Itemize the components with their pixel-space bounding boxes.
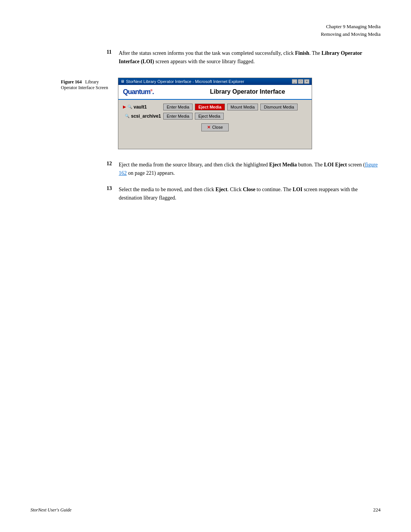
library-name-vault1: ▶ 🔍 vault1	[123, 104, 161, 110]
browser-controls[interactable]: _ □ ×	[292, 79, 309, 84]
library-row-vault1: ▶ 🔍 vault1 Enter Media Eject Media Mount…	[123, 104, 307, 110]
figure-caption: Figure 164 Library Operator Interface Sc…	[61, 78, 110, 149]
chapter-header: Chapter 9 Managing Media Removing and Mo…	[30, 23, 381, 38]
close-window-button[interactable]: ×	[304, 79, 309, 84]
browser-title: StorNext Library Operator Interface - Mi…	[126, 79, 244, 84]
library-name-scsi-archive1: 🔍 scsi_archive1	[123, 113, 161, 119]
dismount-media-button-vault1[interactable]: Dismount Media	[260, 104, 297, 110]
loi-spacer	[123, 134, 307, 145]
step-12-text: Eject the media from the source library,…	[119, 161, 381, 178]
loi-close-button[interactable]: ✕ Close	[201, 123, 228, 131]
step-11-section: 11 After the status screen informs you t…	[107, 49, 381, 66]
maximize-button[interactable]: □	[298, 79, 303, 84]
page-footer: StorNext User's Guide 224	[30, 507, 381, 513]
eject-media-button-vault1[interactable]: Eject Media	[195, 104, 225, 110]
step-12-item: 12 Eject the media from the source libra…	[107, 161, 381, 178]
page-number: 224	[373, 507, 381, 513]
step-11-text: After the status screen informs you that…	[119, 49, 381, 66]
step-12-number: 12	[107, 161, 114, 178]
step-13-number: 13	[107, 185, 114, 203]
figure-number: Figure 164	[61, 79, 82, 85]
minimize-button[interactable]: _	[292, 79, 297, 84]
active-arrow-icon: ▶	[123, 105, 126, 109]
library-row-scsi-archive1: 🔍 scsi_archive1 Enter Media Eject Media	[123, 113, 307, 120]
chapter-line2: Removing and Moving Media	[30, 30, 381, 38]
browser-titlebar: 🖥 StorNext Library Operator Interface - …	[118, 78, 312, 85]
chapter-line1: Chapter 9 Managing Media	[30, 23, 381, 30]
page-container: Chapter 9 Managing Media Removing and Mo…	[0, 0, 411, 532]
browser-window: 🖥 StorNext Library Operator Interface - …	[118, 78, 312, 149]
step-11-number: 11	[107, 49, 114, 66]
search-icon-2: 🔍	[125, 114, 129, 118]
search-icon: 🔍	[127, 105, 132, 109]
quantum-logo: Quantum®.	[123, 88, 154, 96]
enter-media-button-archive1[interactable]: Enter Media	[163, 113, 193, 120]
eject-media-button-archive1[interactable]: Eject Media	[195, 113, 223, 120]
step-11-item: 11 After the status screen informs you t…	[107, 49, 381, 66]
close-label: Close	[212, 125, 223, 129]
steps-lower: 12 Eject the media from the source libra…	[107, 161, 381, 203]
close-x-icon: ✕	[207, 125, 210, 130]
loi-header: Quantum®. Library Operator Interface	[118, 85, 312, 100]
step-13-item: 13 Select the media to be moved, and the…	[107, 185, 381, 203]
enter-media-button-vault1[interactable]: Enter Media	[163, 104, 193, 110]
loi-title: Library Operator Interface	[188, 88, 307, 95]
scsi-archive1-label: scsi_archive1	[131, 113, 161, 119]
vault1-label: vault1	[134, 104, 147, 110]
mount-media-button-vault1[interactable]: Mount Media	[227, 104, 258, 110]
footer-guide-name: StorNext User's Guide	[30, 507, 72, 513]
loi-close-row: ✕ Close	[123, 123, 307, 131]
step-13-text: Select the media to be moved, and then c…	[119, 185, 381, 203]
loi-content: ▶ 🔍 vault1 Enter Media Eject Media Mount…	[118, 100, 312, 149]
figure-164-area: Figure 164 Library Operator Interface Sc…	[61, 78, 381, 149]
